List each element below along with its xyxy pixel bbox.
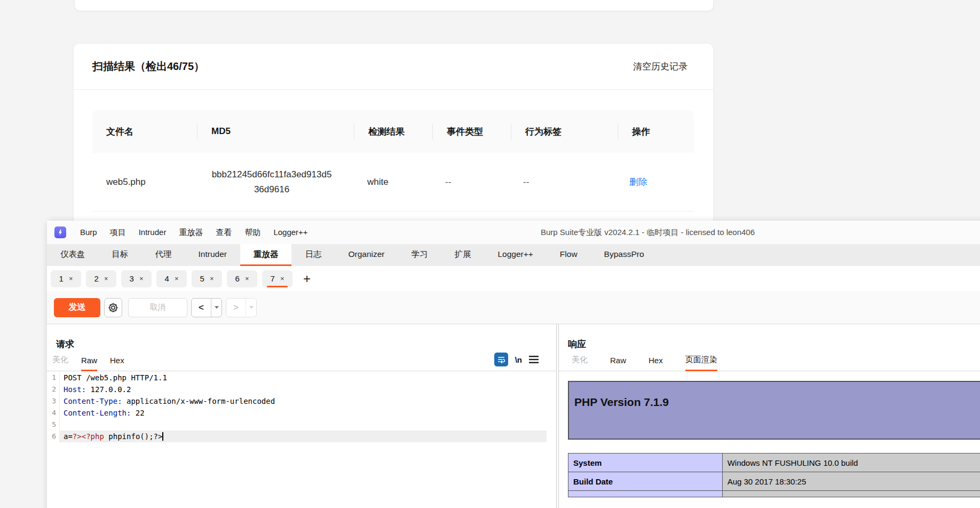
scan-results-title: 扫描结果（检出46/75） bbox=[92, 59, 204, 74]
line-number: 5 bbox=[47, 419, 60, 431]
request-tab-Raw[interactable]: Raw bbox=[81, 356, 97, 371]
settings-gear-button[interactable] bbox=[104, 298, 122, 317]
table-row: web5.phpbbb21245d66fc11fa3ed913d536d9616… bbox=[92, 153, 694, 212]
history-prev-button[interactable]: < bbox=[191, 298, 222, 317]
scan-column-header: 检测结果 bbox=[354, 126, 432, 138]
close-icon[interactable]: × bbox=[175, 275, 179, 283]
response-panel-title: 响应 bbox=[568, 338, 980, 350]
response-tab-美化[interactable]: 美化 bbox=[572, 355, 588, 371]
hamburger-menu-icon[interactable] bbox=[529, 356, 539, 363]
request-tab-Hex[interactable]: Hex bbox=[110, 356, 124, 371]
tab-扩展[interactable]: 扩展 bbox=[441, 244, 484, 266]
menubar-item-查看[interactable]: 查看 bbox=[209, 221, 238, 244]
phpinfo-row: Build DateAug 30 2017 18:30:25 bbox=[568, 472, 980, 491]
repeater-tab-number: 6 bbox=[235, 274, 240, 283]
line-content: a=?><?php phpinfo();?> bbox=[60, 431, 547, 442]
line-number: 2 bbox=[47, 384, 60, 395]
close-icon[interactable]: × bbox=[139, 275, 144, 283]
tab-重放器[interactable]: 重放器 bbox=[240, 244, 292, 266]
response-tab-页面渲染[interactable]: 页面渲染 bbox=[685, 355, 717, 371]
close-icon[interactable]: × bbox=[210, 275, 214, 283]
tab-Logger++[interactable]: Logger++ bbox=[484, 244, 546, 266]
newline-toggle-icon[interactable]: \n bbox=[515, 355, 522, 364]
repeater-tab-4[interactable]: 4× bbox=[156, 270, 187, 287]
repeater-tab-number: 1 bbox=[59, 274, 64, 283]
response-tab-Raw[interactable]: Raw bbox=[610, 356, 626, 371]
tab-Intruder[interactable]: Intruder bbox=[185, 244, 240, 266]
scan-results-table: 文件名MD5检测结果事件类型行为标签操作 web5.phpbbb21245d66… bbox=[92, 110, 694, 212]
request-panel-title: 请求 bbox=[56, 338, 556, 350]
request-line: 1POST /web5.php HTTP/1.1 bbox=[47, 372, 547, 384]
code-segment: phpinfo();?> bbox=[104, 432, 163, 441]
top-card-fragment bbox=[75, 0, 713, 11]
scan-column-header: 文件名 bbox=[92, 126, 197, 138]
gear-icon bbox=[108, 302, 118, 313]
code-segment: Content-Length: bbox=[64, 409, 131, 417]
request-line: 3Content-Type: application/x-www-form-ur… bbox=[47, 395, 547, 407]
menubar-item-项目[interactable]: 项目 bbox=[104, 221, 132, 244]
request-editor-icons: \n bbox=[494, 353, 539, 366]
response-tab-Hex[interactable]: Hex bbox=[649, 356, 663, 371]
scan-column-header: MD5 bbox=[197, 126, 354, 137]
line-number: 4 bbox=[47, 407, 60, 419]
prev-dropdown-button[interactable] bbox=[211, 299, 222, 317]
repeater-panels: 请求 美化RawHex \n bbox=[47, 324, 980, 508]
repeater-tab-number: 2 bbox=[94, 274, 99, 283]
scan-card-header: 扫描结果（检出46/75） 清空历史记录 bbox=[74, 44, 713, 90]
request-tab-美化[interactable]: 美化 bbox=[52, 355, 68, 371]
repeater-tab-2[interactable]: 2× bbox=[86, 270, 116, 287]
phpinfo-version-heading: PHP Version 7.1.9 bbox=[574, 396, 980, 409]
delete-link[interactable]: 删除 bbox=[629, 177, 647, 187]
repeater-tab-number: 5 bbox=[200, 274, 204, 283]
code-segment: POST /web5.php HTTP/1.1 bbox=[64, 373, 167, 382]
repeater-tab-1[interactable]: 1× bbox=[51, 270, 81, 287]
cancel-button[interactable]: 取消 bbox=[128, 298, 187, 317]
phpinfo-label: Build Date bbox=[568, 472, 723, 491]
history-next-button: > bbox=[226, 298, 257, 317]
repeater-tab-7[interactable]: 7× bbox=[262, 270, 293, 287]
phpinfo-row-cutoff bbox=[568, 491, 980, 497]
cell-action: 删除 bbox=[615, 176, 694, 188]
cell-behavior-tag: -- bbox=[509, 177, 615, 187]
repeater-tab-3[interactable]: 3× bbox=[121, 270, 152, 287]
line-content: Content-Length: 22 bbox=[60, 407, 547, 419]
tab-Flow[interactable]: Flow bbox=[547, 244, 591, 266]
send-button[interactable]: 发送 bbox=[54, 298, 100, 317]
tab-BypassPro[interactable]: BypassPro bbox=[591, 244, 658, 266]
menubar-item-重放器[interactable]: 重放器 bbox=[172, 221, 209, 244]
md5-value: bbb21245d66fc11fa3ed913d536d9616 bbox=[211, 167, 333, 197]
clear-history-button[interactable]: 清空历史记录 bbox=[633, 60, 687, 73]
tab-学习[interactable]: 学习 bbox=[398, 244, 441, 266]
scan-results-card: 扫描结果（检出46/75） 清空历史记录 文件名MD5检测结果事件类型行为标签操… bbox=[74, 44, 713, 228]
line-content: POST /web5.php HTTP/1.1 bbox=[60, 372, 547, 384]
close-icon[interactable]: × bbox=[69, 275, 73, 283]
next-dropdown-button bbox=[246, 299, 256, 317]
scan-column-header: 行为标签 bbox=[511, 126, 618, 138]
burp-menu-items: Burp项目Intruder重放器查看帮助Logger++ bbox=[74, 221, 314, 244]
prev-arrow[interactable]: < bbox=[192, 299, 211, 317]
scan-table-header-row: 文件名MD5检测结果事件类型行为标签操作 bbox=[92, 110, 694, 153]
tab-仪表盘[interactable]: 仪表盘 bbox=[47, 244, 99, 266]
response-panel: 响应 美化RawHex页面渲染 PHP Version 7.1.9 System… bbox=[558, 324, 980, 508]
scan-table-body: web5.phpbbb21245d66fc11fa3ed913d536d9616… bbox=[92, 153, 694, 212]
tab-代理[interactable]: 代理 bbox=[142, 244, 185, 266]
soft-wrap-icon[interactable] bbox=[494, 353, 508, 366]
request-editor[interactable]: 1POST /web5.php HTTP/1.12Host: 127.0.0.2… bbox=[47, 372, 556, 442]
repeater-tab-number: 7 bbox=[271, 274, 275, 283]
request-line: 4Content-Length: 22 bbox=[47, 407, 547, 419]
menubar-item-intruder[interactable]: Intruder bbox=[132, 221, 173, 244]
close-icon[interactable]: × bbox=[104, 275, 108, 283]
repeater-tab-5[interactable]: 5× bbox=[192, 270, 222, 287]
repeater-tab-6[interactable]: 6× bbox=[227, 270, 257, 287]
tab-Organizer[interactable]: Organizer bbox=[335, 244, 398, 266]
close-icon[interactable]: × bbox=[245, 275, 249, 283]
add-tab-button[interactable]: + bbox=[299, 271, 314, 286]
repeater-toolbar: 发送 取消 < > bbox=[47, 291, 980, 324]
menubar-item-logger++[interactable]: Logger++ bbox=[267, 221, 314, 244]
menubar-item-burp[interactable]: Burp bbox=[74, 221, 104, 244]
close-icon[interactable]: × bbox=[280, 275, 284, 283]
menubar-item-帮助[interactable]: 帮助 bbox=[238, 221, 267, 244]
tab-日志[interactable]: 日志 bbox=[291, 244, 335, 266]
phpinfo-label bbox=[568, 491, 723, 497]
tab-目标[interactable]: 目标 bbox=[99, 244, 142, 266]
